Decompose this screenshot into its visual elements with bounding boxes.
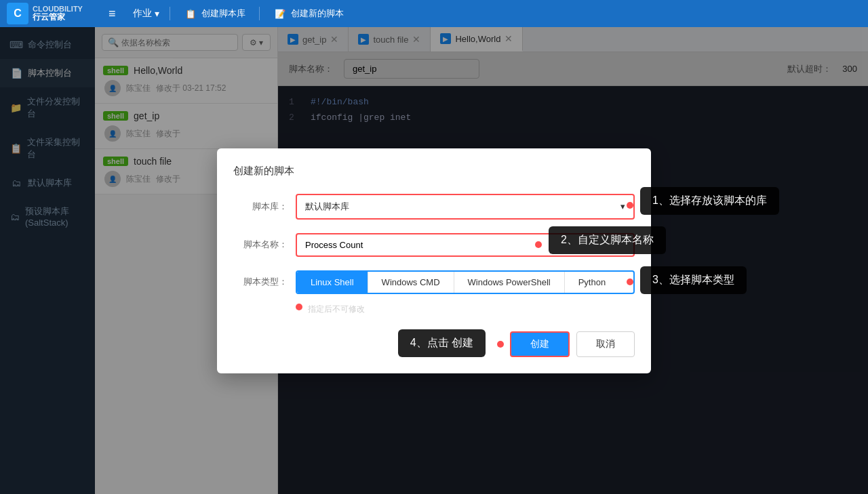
top-nav: C CLOUDBILITY 行云管家 ≡ 作业 ▾ 📋 创建脚本库 📝 创建新的… bbox=[0, 0, 868, 27]
dialog-title: 创建新的脚本 bbox=[233, 165, 635, 178]
sub-name: 行云管家 bbox=[33, 13, 83, 22]
type-buttons-group: Linux Shell Windows CMD Windows PowerShe… bbox=[296, 270, 635, 294]
type-label: 脚本类型： bbox=[233, 276, 288, 288]
lib-label: 脚本库： bbox=[233, 201, 288, 213]
hint-dot bbox=[296, 304, 302, 310]
name-label: 脚本名称： bbox=[233, 239, 288, 251]
create-lib-button[interactable]: 📋 创建脚本库 bbox=[170, 7, 259, 20]
create-script-button[interactable]: 📝 创建新的脚本 bbox=[260, 7, 357, 20]
dialog-overlay: 创建新的脚本 脚本库： 默认脚本库 ▾ 1、选择存放该脚本的库 脚本名称： bbox=[0, 27, 868, 494]
create-button[interactable]: 创建 bbox=[510, 331, 570, 357]
type-control: Linux Shell Windows CMD Windows PowerShe… bbox=[296, 270, 635, 294]
lib-control: 默认脚本库 ▾ bbox=[296, 194, 635, 220]
hint-text: 指定后不可修改 bbox=[308, 304, 365, 315]
type-btn-windows-ps[interactable]: Windows PowerShell bbox=[454, 272, 565, 293]
menu-icon[interactable]: ≡ bbox=[102, 7, 123, 21]
tooltip-4: 4、点击 创建 bbox=[398, 329, 486, 357]
create-script-icon: 📝 bbox=[273, 7, 287, 20]
name-form-row: 脚本名称： 2、自定义脚本名称 bbox=[233, 233, 635, 257]
create-lib-icon: 📋 bbox=[184, 7, 197, 20]
tooltip-dot-3 bbox=[627, 279, 633, 285]
tooltip-2: 2、自定义脚本名称 bbox=[549, 226, 666, 254]
cancel-button[interactable]: 取消 bbox=[576, 331, 635, 357]
tooltip-dot-4 bbox=[497, 341, 504, 348]
tooltip-1: 1、选择存放该脚本的库 bbox=[640, 187, 779, 215]
tooltip-3: 3、选择脚本类型 bbox=[640, 266, 747, 294]
logo-icon: C bbox=[7, 3, 28, 24]
dialog-footer: 4、点击 创建 创建 取消 bbox=[233, 331, 635, 357]
lib-select[interactable]: 默认脚本库 ▾ bbox=[296, 194, 635, 220]
tooltip-dot-1 bbox=[627, 202, 633, 209]
type-btn-windows-cmd[interactable]: Windows CMD bbox=[368, 272, 454, 293]
type-form-row: 脚本类型： Linux Shell Windows CMD Windows Po… bbox=[233, 270, 635, 315]
dropdown-icon: ▾ bbox=[620, 201, 625, 211]
type-btn-linux-shell[interactable]: Linux Shell bbox=[297, 272, 368, 293]
lib-form-row: 脚本库： 默认脚本库 ▾ 1、选择存放该脚本的库 bbox=[233, 194, 635, 220]
job-menu[interactable]: 作业 ▾ bbox=[123, 7, 170, 20]
create-script-dialog: 创建新的脚本 脚本库： 默认脚本库 ▾ 1、选择存放该脚本的库 脚本名称： bbox=[217, 148, 651, 373]
type-btn-python[interactable]: Python bbox=[565, 272, 619, 293]
tooltip-dot-2 bbox=[535, 241, 542, 248]
logo: C CLOUDBILITY 行云管家 bbox=[7, 3, 102, 24]
